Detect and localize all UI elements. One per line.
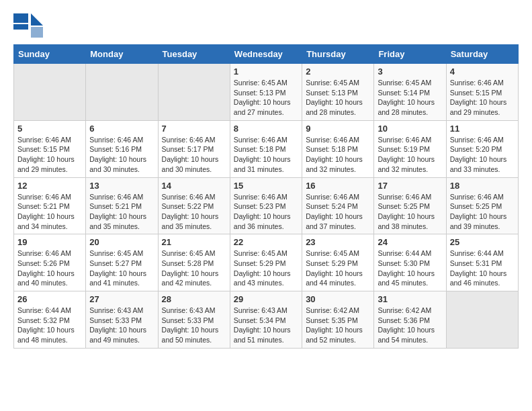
day-number: 7: [162, 124, 226, 134]
day-number: 27: [89, 294, 154, 304]
calendar-cell: 21Sunrise: 6:45 AM Sunset: 5:28 PM Dayli…: [158, 234, 230, 291]
calendar-cell: 19Sunrise: 6:46 AM Sunset: 5:26 PM Dayli…: [14, 234, 86, 291]
calendar-cell: 16Sunrise: 6:46 AM Sunset: 5:24 PM Dayli…: [302, 177, 374, 234]
header: [13, 13, 519, 38]
calendar-header-saturday: Saturday: [446, 45, 518, 64]
day-number: 11: [450, 124, 515, 134]
svg-marker-2: [31, 13, 43, 26]
day-info: Sunrise: 6:46 AM Sunset: 5:17 PM Dayligh…: [162, 135, 226, 175]
day-info: Sunrise: 6:46 AM Sunset: 5:22 PM Dayligh…: [162, 192, 226, 232]
day-info: Sunrise: 6:44 AM Sunset: 5:30 PM Dayligh…: [378, 248, 442, 288]
day-info: Sunrise: 6:46 AM Sunset: 5:25 PM Dayligh…: [450, 192, 515, 232]
calendar-cell: 9Sunrise: 6:46 AM Sunset: 5:18 PM Daylig…: [302, 120, 374, 177]
day-number: 3: [378, 66, 442, 77]
day-info: Sunrise: 6:46 AM Sunset: 5:25 PM Dayligh…: [378, 192, 442, 232]
day-number: 12: [17, 181, 82, 191]
calendar-cell: 28Sunrise: 6:43 AM Sunset: 5:33 PM Dayli…: [158, 291, 230, 349]
day-info: Sunrise: 6:43 AM Sunset: 5:33 PM Dayligh…: [89, 306, 154, 345]
day-number: 2: [306, 66, 370, 77]
calendar-cell: 31Sunrise: 6:42 AM Sunset: 5:36 PM Dayli…: [374, 291, 446, 349]
day-info: Sunrise: 6:45 AM Sunset: 5:13 PM Dayligh…: [306, 78, 370, 118]
day-number: 29: [234, 294, 298, 304]
day-number: 8: [234, 124, 298, 134]
day-info: Sunrise: 6:44 AM Sunset: 5:31 PM Dayligh…: [450, 248, 515, 288]
day-number: 4: [450, 66, 515, 77]
day-info: Sunrise: 6:46 AM Sunset: 5:21 PM Dayligh…: [89, 192, 154, 232]
day-info: Sunrise: 6:42 AM Sunset: 5:35 PM Dayligh…: [306, 306, 370, 345]
calendar-cell: 3Sunrise: 6:45 AM Sunset: 5:14 PM Daylig…: [374, 64, 446, 121]
day-info: Sunrise: 6:46 AM Sunset: 5:20 PM Dayligh…: [450, 135, 515, 175]
calendar-header-tuesday: Tuesday: [158, 45, 230, 64]
calendar-cell: 7Sunrise: 6:46 AM Sunset: 5:17 PM Daylig…: [158, 120, 230, 177]
calendar-cell: 23Sunrise: 6:45 AM Sunset: 5:29 PM Dayli…: [302, 234, 374, 291]
day-info: Sunrise: 6:43 AM Sunset: 5:33 PM Dayligh…: [162, 306, 226, 345]
day-number: 16: [306, 181, 370, 191]
day-info: Sunrise: 6:46 AM Sunset: 5:26 PM Dayligh…: [17, 248, 82, 288]
svg-rect-0: [13, 13, 28, 23]
day-number: 21: [162, 237, 226, 247]
day-number: 24: [378, 237, 442, 247]
logo: [13, 13, 43, 38]
day-info: Sunrise: 6:46 AM Sunset: 5:15 PM Dayligh…: [17, 135, 82, 175]
calendar-header-row: SundayMondayTuesdayWednesdayThursdayFrid…: [14, 45, 519, 64]
day-number: 14: [162, 181, 226, 191]
calendar-cell: 14Sunrise: 6:46 AM Sunset: 5:22 PM Dayli…: [158, 177, 230, 234]
calendar-header-thursday: Thursday: [302, 45, 374, 64]
calendar-cell: 25Sunrise: 6:44 AM Sunset: 5:31 PM Dayli…: [446, 234, 518, 291]
svg-rect-1: [13, 24, 28, 30]
logo-icon: [13, 13, 43, 38]
day-info: Sunrise: 6:44 AM Sunset: 5:32 PM Dayligh…: [17, 306, 82, 345]
calendar-cell: 8Sunrise: 6:46 AM Sunset: 5:18 PM Daylig…: [230, 120, 302, 177]
day-number: 17: [378, 181, 442, 191]
day-number: 13: [89, 181, 154, 191]
day-info: Sunrise: 6:46 AM Sunset: 5:18 PM Dayligh…: [234, 135, 298, 175]
day-number: 31: [378, 294, 442, 304]
day-number: 30: [306, 294, 370, 304]
day-info: Sunrise: 6:43 AM Sunset: 5:34 PM Dayligh…: [234, 306, 298, 345]
calendar-cell: 12Sunrise: 6:46 AM Sunset: 5:21 PM Dayli…: [14, 177, 86, 234]
day-info: Sunrise: 6:42 AM Sunset: 5:36 PM Dayligh…: [378, 306, 442, 345]
day-number: 26: [17, 294, 82, 304]
day-number: 5: [17, 124, 82, 134]
calendar-cell: 10Sunrise: 6:46 AM Sunset: 5:19 PM Dayli…: [374, 120, 446, 177]
day-info: Sunrise: 6:45 AM Sunset: 5:13 PM Dayligh…: [234, 78, 298, 118]
calendar-header-friday: Friday: [374, 45, 446, 64]
day-number: 18: [450, 181, 515, 191]
day-info: Sunrise: 6:46 AM Sunset: 5:23 PM Dayligh…: [234, 192, 298, 232]
calendar-week-row: 12Sunrise: 6:46 AM Sunset: 5:21 PM Dayli…: [14, 177, 519, 234]
calendar-cell: 24Sunrise: 6:44 AM Sunset: 5:30 PM Dayli…: [374, 234, 446, 291]
calendar-cell: 15Sunrise: 6:46 AM Sunset: 5:23 PM Dayli…: [230, 177, 302, 234]
calendar-cell: 11Sunrise: 6:46 AM Sunset: 5:20 PM Dayli…: [446, 120, 518, 177]
day-info: Sunrise: 6:45 AM Sunset: 5:29 PM Dayligh…: [234, 248, 298, 288]
calendar-cell: 20Sunrise: 6:45 AM Sunset: 5:27 PM Dayli…: [86, 234, 158, 291]
day-info: Sunrise: 6:46 AM Sunset: 5:24 PM Dayligh…: [306, 192, 370, 232]
calendar-week-row: 5Sunrise: 6:46 AM Sunset: 5:15 PM Daylig…: [14, 120, 519, 177]
calendar-week-row: 1Sunrise: 6:45 AM Sunset: 5:13 PM Daylig…: [14, 64, 519, 121]
calendar-cell: 1Sunrise: 6:45 AM Sunset: 5:13 PM Daylig…: [230, 64, 302, 121]
day-number: 1: [234, 66, 298, 77]
calendar-cell: 22Sunrise: 6:45 AM Sunset: 5:29 PM Dayli…: [230, 234, 302, 291]
calendar-cell: 5Sunrise: 6:46 AM Sunset: 5:15 PM Daylig…: [14, 120, 86, 177]
calendar-cell: 29Sunrise: 6:43 AM Sunset: 5:34 PM Dayli…: [230, 291, 302, 349]
calendar-week-row: 26Sunrise: 6:44 AM Sunset: 5:32 PM Dayli…: [14, 291, 519, 349]
calendar-table: SundayMondayTuesdayWednesdayThursdayFrid…: [13, 44, 519, 349]
calendar-cell: [158, 64, 230, 121]
calendar-cell: 2Sunrise: 6:45 AM Sunset: 5:13 PM Daylig…: [302, 64, 374, 121]
day-number: 10: [378, 124, 442, 134]
day-info: Sunrise: 6:45 AM Sunset: 5:29 PM Dayligh…: [306, 248, 370, 288]
calendar-cell: 27Sunrise: 6:43 AM Sunset: 5:33 PM Dayli…: [86, 291, 158, 349]
calendar-header-sunday: Sunday: [14, 45, 86, 64]
calendar-cell: [446, 291, 518, 349]
calendar-cell: 17Sunrise: 6:46 AM Sunset: 5:25 PM Dayli…: [374, 177, 446, 234]
calendar-cell: 26Sunrise: 6:44 AM Sunset: 5:32 PM Dayli…: [14, 291, 86, 349]
calendar-header-monday: Monday: [86, 45, 158, 64]
day-info: Sunrise: 6:45 AM Sunset: 5:14 PM Dayligh…: [378, 78, 442, 118]
day-info: Sunrise: 6:45 AM Sunset: 5:27 PM Dayligh…: [89, 248, 154, 288]
day-number: 6: [89, 124, 154, 134]
svg-marker-3: [31, 27, 43, 38]
day-number: 9: [306, 124, 370, 134]
day-number: 15: [234, 181, 298, 191]
day-info: Sunrise: 6:46 AM Sunset: 5:18 PM Dayligh…: [306, 135, 370, 175]
calendar-week-row: 19Sunrise: 6:46 AM Sunset: 5:26 PM Dayli…: [14, 234, 519, 291]
day-info: Sunrise: 6:46 AM Sunset: 5:21 PM Dayligh…: [17, 192, 82, 232]
